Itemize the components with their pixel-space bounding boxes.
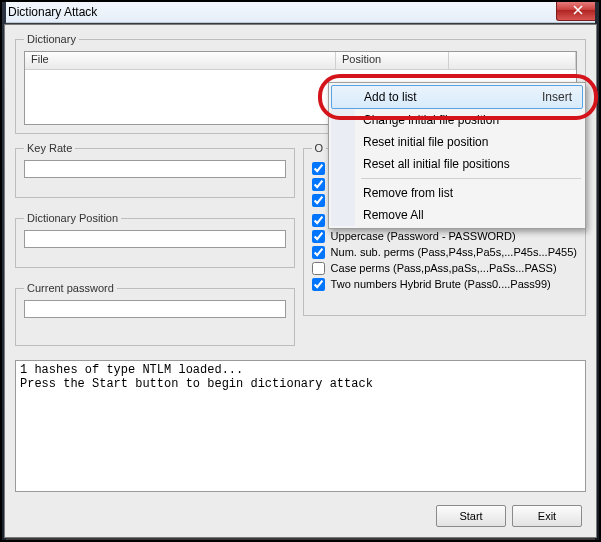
current-password-legend: Current password xyxy=(24,282,117,294)
column-position[interactable]: Position xyxy=(336,52,449,69)
menu-item[interactable]: Add to listInsert xyxy=(331,85,583,109)
dictionary-position-legend: Dictionary Position xyxy=(24,212,121,224)
option-label: Case perms (Pass,pAss,paSs,...PaSs...PAS… xyxy=(331,262,557,274)
menu-item-label: Reset initial file position xyxy=(363,135,488,149)
window-title: Dictionary Attack xyxy=(8,5,97,19)
key-rate-group: Key Rate xyxy=(15,142,295,198)
key-rate-field[interactable] xyxy=(24,160,286,178)
menu-item[interactable]: Remove from list xyxy=(331,182,583,204)
option-row[interactable]: Num. sub. perms (Pass,P4ss,Pa5s,...P45s.… xyxy=(312,244,577,260)
option-row[interactable]: Case perms (Pass,pAss,paSs,...PaSs...PAS… xyxy=(312,260,577,276)
option-label: Num. sub. perms (Pass,P4ss,Pa5s,...P45s.… xyxy=(331,246,577,258)
start-button[interactable]: Start xyxy=(436,505,506,527)
menu-item[interactable]: Reset initial file position xyxy=(331,131,583,153)
option-checkbox[interactable] xyxy=(312,278,325,291)
menu-item-label: Remove All xyxy=(363,208,424,222)
menu-item-shortcut: Insert xyxy=(542,90,572,104)
context-menu: Add to listInsertChange initial file pos… xyxy=(328,82,586,229)
menu-item-label: Add to list xyxy=(364,90,417,104)
option-checkbox[interactable] xyxy=(312,230,325,243)
options-legend: O xyxy=(312,142,327,154)
option-label: Two numbers Hybrid Brute (Pass0....Pass9… xyxy=(331,278,551,290)
menu-item[interactable]: Remove All xyxy=(331,204,583,226)
menu-item[interactable]: Reset all initial file positions xyxy=(331,153,583,175)
column-file[interactable]: File xyxy=(25,52,336,69)
close-icon xyxy=(573,5,583,17)
current-password-field[interactable] xyxy=(24,300,286,318)
option-checkbox[interactable] xyxy=(312,246,325,259)
option-row[interactable]: Two numbers Hybrid Brute (Pass0....Pass9… xyxy=(312,276,577,292)
current-password-group: Current password xyxy=(15,282,295,346)
exit-button[interactable]: Exit xyxy=(512,505,582,527)
title-bar: Dictionary Attack xyxy=(2,2,599,23)
menu-item[interactable]: Change initial file position xyxy=(331,109,583,131)
option-checkbox[interactable] xyxy=(312,214,325,227)
close-button[interactable] xyxy=(556,2,599,21)
option-checkbox[interactable] xyxy=(312,262,325,275)
option-label: Uppercase (Password - PASSWORD) xyxy=(331,230,516,242)
dictionary-position-group: Dictionary Position xyxy=(15,212,295,268)
dictionary-list-header: File Position xyxy=(25,52,576,70)
option-checkbox[interactable] xyxy=(312,178,325,191)
option-checkbox[interactable] xyxy=(312,162,325,175)
column-spacer xyxy=(449,52,576,69)
option-checkbox[interactable] xyxy=(312,194,325,207)
menu-separator xyxy=(361,178,581,179)
key-rate-legend: Key Rate xyxy=(24,142,75,154)
menu-item-label: Remove from list xyxy=(363,186,453,200)
dictionary-position-field[interactable] xyxy=(24,230,286,248)
log-output: 1 hashes of type NTLM loaded... Press th… xyxy=(15,360,586,492)
menu-item-label: Change initial file position xyxy=(363,113,499,127)
option-row[interactable]: Uppercase (Password - PASSWORD) xyxy=(312,228,577,244)
menu-item-label: Reset all initial file positions xyxy=(363,157,510,171)
dictionary-legend: Dictionary xyxy=(24,33,79,45)
